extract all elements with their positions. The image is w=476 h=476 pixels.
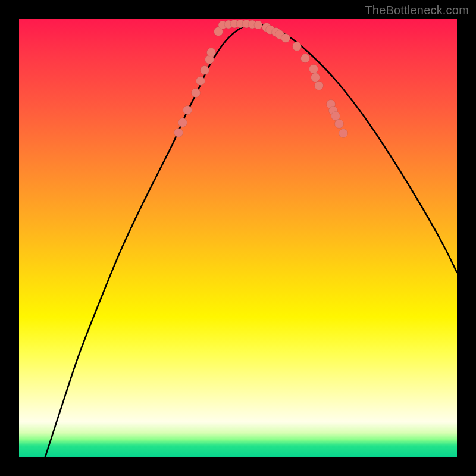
data-dot — [293, 42, 302, 51]
data-dot — [174, 129, 183, 137]
data-dot — [281, 34, 290, 43]
data-dot — [254, 21, 262, 29]
data-dot — [178, 118, 187, 127]
data-dot — [201, 66, 209, 75]
data-dot — [315, 82, 324, 90]
data-dots — [174, 20, 348, 138]
curve-svg — [19, 19, 457, 457]
data-dot — [311, 73, 320, 82]
data-dot — [207, 48, 216, 57]
data-dot — [183, 106, 192, 115]
plot-area — [19, 19, 457, 457]
data-dot — [196, 77, 205, 86]
data-dot — [192, 89, 201, 98]
data-dot — [339, 129, 348, 138]
data-dot — [309, 65, 318, 74]
bottleneck-curve — [45, 24, 457, 457]
data-dot — [335, 120, 344, 129]
data-dot — [301, 54, 310, 63]
watermark-text: TheBottleneck.com — [365, 4, 469, 17]
chart-frame: TheBottleneck.com — [0, 0, 476, 476]
